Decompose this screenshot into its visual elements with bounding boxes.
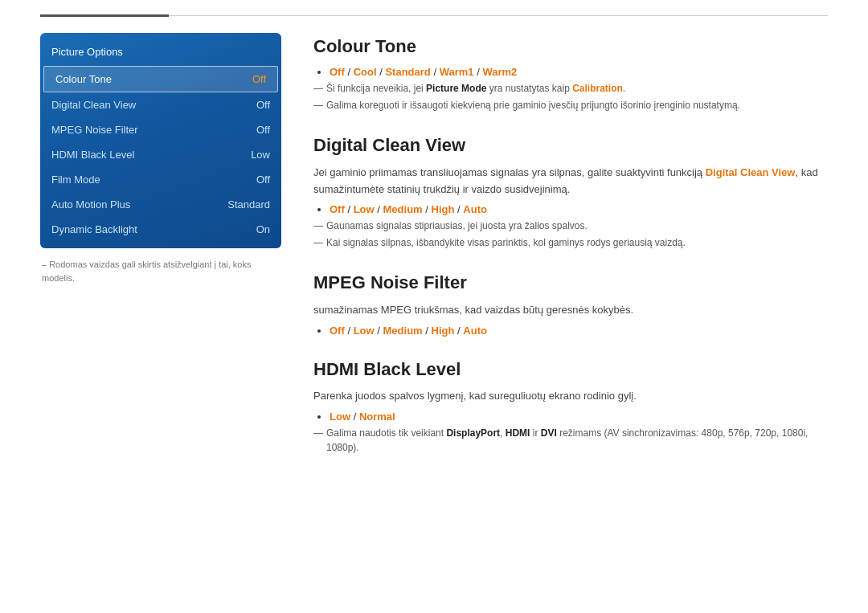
menu-item-label: Dynamic Backlight — [51, 223, 137, 235]
left-panel-footnote: – Rodomas vaizdas gali skirtis atsižvelg… — [40, 258, 281, 284]
options-list-digital-clean-view: Off / Low / Medium / High / Auto — [313, 202, 828, 215]
section-title-hdmi-black-level: HDMI Black Level — [313, 359, 828, 380]
dash-note-digital-clean-view-0: Gaunamas signalas stipriausias, jei juos… — [313, 219, 828, 233]
menu-item-colour-tone[interactable]: Colour ToneOff — [43, 66, 278, 92]
section-body-text: Jei gaminio priimamas transliuojamas sig… — [313, 165, 828, 198]
menu-item-label: Film Mode — [51, 174, 100, 186]
section-digital-clean-view: Digital Clean ViewJei gaminio priimamas … — [313, 135, 828, 250]
dash-note-colour-tone-1: Galima koreguoti ir išsaugoti kiekvieną … — [313, 98, 828, 112]
section-body-text: sumažinamas MPEG triukšmas, kad vaizdas … — [313, 302, 828, 319]
menu-item-label: Colour Tone — [55, 73, 112, 85]
top-border-left — [40, 14, 169, 17]
menu-item-label: Digital Clean View — [51, 99, 136, 111]
top-border — [0, 0, 868, 17]
menu-item-hdmi-black-level[interactable]: HDMI Black LevelLow — [40, 142, 281, 167]
menu-item-label: MPEG Noise Filter — [51, 124, 138, 136]
menu-item-value: Off — [256, 99, 270, 111]
menu-item-mpeg-noise-filter[interactable]: MPEG Noise FilterOff — [40, 117, 281, 142]
menu-item-dynamic-backlight[interactable]: Dynamic BacklightOn — [40, 217, 281, 242]
menu-item-value: Off — [256, 174, 270, 186]
options-line: Off / Low / Medium / High / Auto — [330, 202, 828, 215]
picture-options-title: Picture Options — [40, 43, 281, 66]
options-line: Low / Normal — [330, 410, 828, 423]
section-colour-tone: Colour ToneOff / Cool / Standard / Warm1… — [313, 36, 828, 112]
left-panel: Picture Options Colour ToneOffDigital Cl… — [40, 33, 281, 477]
dash-note-hdmi-black-level-0: Galima naudotis tik veikiant DisplayPort… — [313, 426, 828, 455]
dash-note-digital-clean-view-1: Kai signalas silpnas, išbandykite visas … — [313, 235, 828, 250]
section-mpeg-noise-filter: MPEG Noise Filtersumažinamas MPEG triukš… — [313, 272, 828, 336]
section-title-mpeg-noise-filter: MPEG Noise Filter — [313, 272, 828, 293]
menu-item-label: Auto Motion Plus — [51, 198, 130, 210]
menu-item-value: On — [256, 223, 270, 235]
menu-item-auto-motion-plus[interactable]: Auto Motion PlusStandard — [40, 192, 281, 217]
options-list-colour-tone: Off / Cool / Standard / Warm1 / Warm2 — [313, 65, 828, 78]
menu-item-value: Standard — [227, 198, 270, 210]
top-border-right — [169, 15, 828, 16]
options-line: Off / Cool / Standard / Warm1 / Warm2 — [330, 65, 828, 78]
dash-note-colour-tone-0: Ši funkcija neveikia, jei Picture Mode y… — [313, 81, 828, 96]
options-list-hdmi-black-level: Low / Normal — [313, 410, 828, 423]
menu-item-value: Off — [252, 73, 266, 85]
menu-item-film-mode[interactable]: Film ModeOff — [40, 167, 281, 192]
section-body-text: Parenka juodos spalvos lygmenį, kad sure… — [313, 388, 828, 405]
menu-item-digital-clean-view[interactable]: Digital Clean ViewOff — [40, 92, 281, 117]
options-line: Off / Low / Medium / High / Auto — [330, 324, 828, 337]
menu-item-value: Low — [251, 149, 270, 161]
menu-item-label: HDMI Black Level — [51, 149, 134, 161]
picture-options-box: Picture Options Colour ToneOffDigital Cl… — [40, 33, 281, 248]
section-hdmi-black-level: HDMI Black LevelParenka juodos spalvos l… — [313, 359, 828, 455]
options-list-mpeg-noise-filter: Off / Low / Medium / High / Auto — [313, 324, 828, 337]
right-content: Colour ToneOff / Cool / Standard / Warm1… — [313, 33, 828, 477]
menu-item-value: Off — [256, 124, 270, 136]
section-title-digital-clean-view: Digital Clean View — [313, 135, 828, 156]
main-layout: Picture Options Colour ToneOffDigital Cl… — [0, 17, 868, 501]
section-title-colour-tone: Colour Tone — [313, 36, 828, 57]
